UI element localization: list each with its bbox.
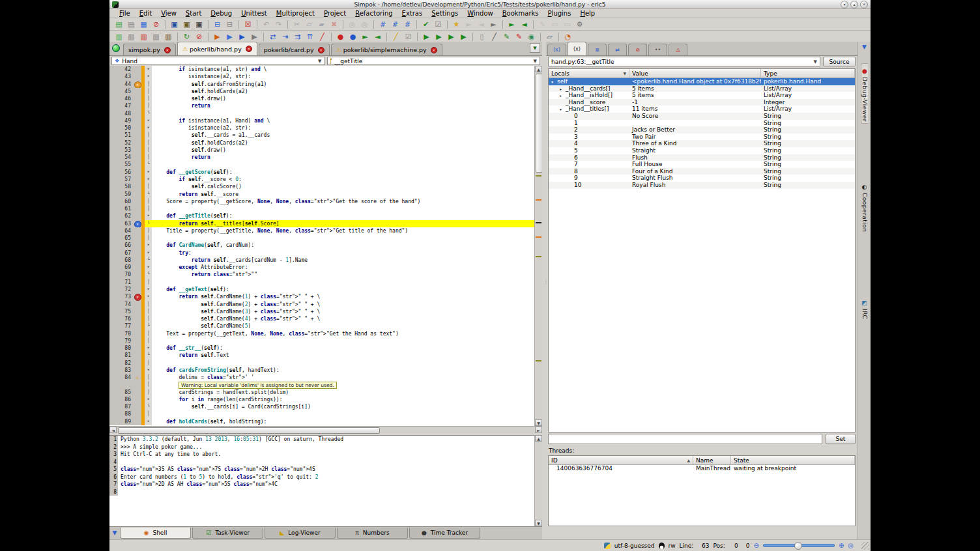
fold-gutter[interactable]: ▾	[145, 124, 152, 132]
close-tab-icon[interactable]: ✕	[431, 47, 437, 53]
marker-gutter[interactable]	[134, 410, 141, 417]
resize-grip[interactable]	[861, 542, 869, 550]
marker-gutter[interactable]	[134, 418, 141, 425]
goto-brace-icon[interactable]: #	[390, 20, 401, 29]
tab-pokerlib-hand-py[interactable]: ⚠pokerlib/hand.py✕	[177, 42, 257, 55]
fold-gutter[interactable]: │	[145, 102, 152, 109]
search-files-icon[interactable]: ◎	[359, 20, 370, 29]
column-header-name[interactable]: Name	[693, 456, 731, 464]
column-header-type[interactable]: Type	[761, 69, 855, 78]
column-header-state[interactable]: State	[731, 456, 855, 464]
paste-icon[interactable]: ▰	[316, 20, 327, 29]
line-number[interactable]: 77	[109, 322, 134, 330]
line-number[interactable]: 73	[109, 293, 134, 300]
print-icon[interactable]: ⊟	[212, 20, 223, 29]
fold-gutter[interactable]: └	[145, 403, 152, 410]
debug-tab-watchpoints[interactable]: ••	[648, 44, 667, 55]
locals-row[interactable]: 6FlushString	[549, 154, 855, 162]
line-number[interactable]: 58	[109, 183, 134, 190]
locals-row[interactable]: ▸_Hand__cards[]5 itemsList/Array	[549, 85, 855, 92]
close-icon[interactable]: ⊘	[151, 20, 162, 29]
fold-gutter[interactable]: ▾	[145, 367, 152, 374]
marker-gutter[interactable]	[134, 367, 141, 374]
line-number[interactable]: 81	[109, 352, 134, 359]
debug-tab-call-stack[interactable]: ≣	[588, 44, 607, 55]
scroll-up-arrow[interactable]: ▲	[535, 435, 542, 442]
marker-gutter[interactable]	[134, 345, 141, 352]
bookmark-next-icon[interactable]: ►	[463, 20, 474, 29]
line-number[interactable]: 57	[109, 176, 134, 183]
marker-gutter[interactable]	[134, 352, 141, 359]
locals-row[interactable]: 5StraightString	[549, 147, 855, 154]
expander-icon[interactable]: ▾	[551, 79, 557, 85]
bookmark-toggle-icon[interactable]: ★	[451, 20, 462, 29]
menu-help[interactable]: Help	[575, 10, 599, 17]
expander-icon[interactable]: ▾	[560, 106, 566, 113]
line-number[interactable]: 45	[109, 88, 134, 95]
search-icon[interactable]: ◎	[347, 20, 358, 29]
line-number[interactable]: 60	[109, 198, 134, 205]
marker-gutter[interactable]	[134, 249, 141, 257]
debug-tab-local-variables[interactable]: (x)	[568, 42, 586, 55]
tab-simpok-py[interactable]: simpok.py✕	[123, 44, 176, 55]
fold-gutter[interactable]: │	[145, 88, 152, 95]
new-window-icon[interactable]: ▤	[113, 20, 124, 29]
locals-row[interactable]: ▾self<pokerlib.hand.Hand object at 0x7f6…	[549, 78, 855, 85]
zoom-reset-icon[interactable]: ◎	[848, 543, 854, 549]
fold-gutter[interactable]: │	[145, 147, 152, 154]
window-arrange-icon[interactable]: ▱	[544, 32, 555, 42]
marker-gutter[interactable]: ✕	[134, 293, 141, 300]
line-number[interactable]: 74	[109, 301, 134, 308]
sidebar-tab-cooperation[interactable]: ◐Cooperation	[861, 181, 868, 233]
column-header-locals[interactable]: Locals▼	[549, 69, 629, 78]
run-project-icon[interactable]: ▶	[224, 32, 235, 42]
class-combo[interactable]: ❖ Hand ▼	[111, 57, 325, 65]
marker-gutter[interactable]	[134, 154, 141, 161]
zoom-in-icon[interactable]: ⊕	[839, 543, 844, 549]
menu-extras[interactable]: Extras	[397, 10, 427, 17]
line-number[interactable]: 47	[109, 102, 134, 109]
fold-gutter[interactable]: ▾	[145, 73, 152, 80]
expander-icon[interactable]: ▸	[560, 92, 566, 99]
locals-row[interactable]: 8Four of a KindString	[549, 168, 855, 175]
redo-icon[interactable]: ↷	[273, 20, 284, 29]
line-number[interactable]: 83	[109, 367, 134, 374]
zoom-slider-thumb[interactable]	[794, 542, 802, 550]
line-number[interactable]: 87	[109, 403, 134, 410]
bottom-tab-log-viewer[interactable]: ◣Log-Viewer	[265, 528, 336, 539]
open-icon[interactable]: ▦	[138, 20, 149, 29]
menu-bookmarks[interactable]: Bookmarks	[498, 10, 543, 17]
edit-pencil-icon[interactable]: ✎	[537, 20, 548, 29]
line-number[interactable]: 49	[109, 117, 134, 124]
fold-gutter[interactable]: │	[145, 308, 152, 315]
eol-linux-icon[interactable]	[659, 543, 665, 549]
run-to-cursor-icon[interactable]: ►	[360, 32, 371, 42]
sidebar-tab-irc[interactable]: ◩IRC	[861, 297, 868, 319]
fold-gutter[interactable]: │	[145, 389, 152, 396]
unittest-script-icon[interactable]: ▥	[138, 32, 149, 42]
bottom-tab-shell[interactable]: ◉Shell	[120, 528, 191, 539]
fold-gutter[interactable]: │	[145, 132, 152, 139]
tab-pokerlib-simplemachine-py[interactable]: ⚠pokerlib/simplemachine.py✕	[331, 44, 442, 55]
editor-horizontal-scrollbar[interactable]: ◄ ►	[109, 426, 542, 433]
bookmark-previous-icon[interactable]: ◄	[476, 20, 487, 29]
marker-gutter[interactable]	[134, 286, 141, 293]
editor-vertical-scrollbar[interactable]: ▲ ▼	[534, 66, 542, 426]
line-number[interactable]: 52	[109, 139, 134, 147]
menu-start[interactable]: Start	[181, 10, 206, 17]
line-number[interactable]: 85	[109, 389, 134, 396]
coverage-icon[interactable]: ▶	[446, 32, 457, 42]
step-out-icon[interactable]: ⇈	[304, 32, 315, 42]
filter-funnel-icon[interactable]: ▼	[109, 528, 120, 538]
marker-gutter[interactable]	[134, 66, 141, 73]
marker-gutter[interactable]	[134, 176, 141, 183]
locals-row[interactable]: ▸_Hand__isHold[]5 itemsList/Array	[549, 92, 855, 99]
marker-gutter[interactable]	[134, 161, 141, 168]
fold-gutter[interactable]: │	[145, 374, 152, 381]
goto-previous-change-icon[interactable]: ◄	[519, 20, 530, 29]
marker-gutter[interactable]: ✕	[134, 81, 141, 88]
line-number[interactable]: 66	[109, 242, 134, 249]
column-header-id[interactable]: ID▲	[549, 456, 693, 464]
fold-gutter[interactable]: └	[145, 220, 152, 227]
locals-row[interactable]: 7Full HouseString	[549, 161, 855, 168]
